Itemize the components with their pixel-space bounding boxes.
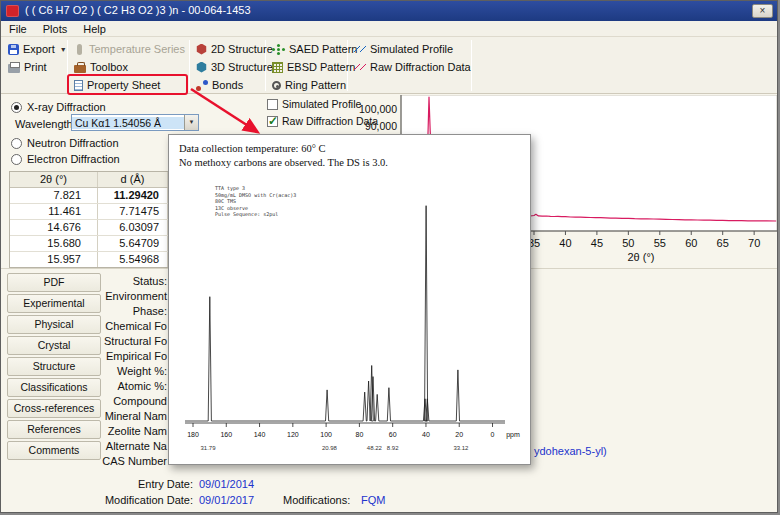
field-label: Phase: [21,304,167,319]
wavelength-label: Wavelength: [15,118,76,130]
profile-wave-icon [354,44,366,54]
field-label: Compound [21,394,167,409]
raw-diffraction-label: Raw Diffraction Data [370,61,471,73]
cell-2theta: 11.461 [10,204,98,219]
nmr-tick-label: 40 [422,431,430,438]
nmr-tick-label: 80 [356,431,364,438]
field-label: Zeolite Nam [21,424,167,439]
ring-icon [272,81,281,90]
printer-icon [8,64,20,73]
2d-structure-button[interactable]: 2D Structure [193,41,276,57]
cell-d-spacing: 5.64709 [98,236,168,251]
bonds-icon [196,80,208,91]
popup-temperature-note: Data collection temperature: 60° C [179,143,325,154]
menu-help[interactable]: Help [75,21,114,36]
app-window: ( ( C6 H7 O2 ) ( C2 H3 O2 )3 )n - 00-064… [0,0,778,513]
3d-structure-label: 3D Structure [211,61,273,73]
radio-neutron-diffraction[interactable]: Neutron Diffraction [11,137,119,149]
y-tick-100000: 100,000 [349,103,397,115]
export-button[interactable]: Export ▼ [5,41,70,57]
ring-pattern-button[interactable]: Ring Pattern [269,77,349,93]
column-header-2theta[interactable]: 2θ (°) [10,172,98,187]
cell-2theta: 14.676 [10,220,98,235]
x-tick-label: 60 [685,237,697,249]
nmr-spectrum: 180160140120100806040200 31.7920.9848.22… [171,173,529,461]
radio-icon [11,102,22,113]
bonds-button[interactable]: Bonds [193,77,246,93]
close-button[interactable]: × [752,4,773,18]
toolbox-icon [74,65,86,73]
simulated-profile-checkbox-row[interactable]: Simulated Profile [267,98,361,110]
field-labels: Status:EnvironmentPhase:Chemical FoStruc… [21,274,167,469]
saed-dots-icon [277,48,280,51]
main-area: X-ray Diffraction Wavelength: Cu Kα1 1.5… [1,94,777,513]
cell-d-spacing: 5.54968 [98,252,168,267]
ebsd-grid-icon [272,62,283,73]
field-label: Empirical Fo [21,349,167,364]
field-label: Status: [21,274,167,289]
nmr-tick-label: 120 [287,431,299,438]
property-sheet-button[interactable]: Property Sheet [71,77,163,93]
property-sheet-label: Property Sheet [87,79,160,91]
toolbar-separator [189,40,190,91]
print-label: Print [24,61,47,73]
nmr-integral-labels: 31.7920.9848.228.9233.12 [200,445,469,451]
field-label: CAS Number [21,454,167,469]
x-tick-label: 40 [559,237,571,249]
raw-diffraction-button[interactable]: Raw Diffraction Data [351,59,474,75]
integral-label: 33.12 [453,445,469,451]
popup-ds-note: No methoxy carbons are observed. The DS … [179,157,388,168]
field-label: Atomic %: [21,379,167,394]
temperature-series-label: Temperature Series [89,43,185,55]
nmr-tick-label: 60 [389,431,397,438]
cell-2theta: 7.821 [10,188,98,203]
app-icon [6,5,19,17]
nmr-tick-label: 100 [320,431,332,438]
property-sheet-icon [74,80,83,91]
combo-dropdown-arrow-icon[interactable]: ▼ [184,115,198,130]
property-sheet-popup[interactable]: Data collection temperature: 60° C No me… [168,134,531,465]
hexagon-3d-icon [196,62,207,73]
cell-d-spacing: 7.71475 [98,204,168,219]
integral-label: 8.92 [387,445,399,451]
toolbar: Export ▼ Print Temperature Series Toolbo… [1,37,777,94]
x-tick-label: 55 [654,237,666,249]
print-button[interactable]: Print [5,59,50,75]
column-header-d[interactable]: d (Å) [98,172,168,187]
x-tick-label: 70 [748,237,760,249]
save-icon [8,44,19,55]
title-bar: ( ( C6 H7 O2 ) ( C2 H3 O2 )3 )n - 00-064… [1,1,777,21]
radio-icon [11,154,22,165]
field-label: Weight %: [21,364,167,379]
ring-label: Ring Pattern [285,79,346,91]
compound-name-partial-link[interactable]: ydohexan-5-yl) [534,445,607,457]
toolbox-label: Toolbox [90,61,128,73]
field-label: Structural Fo [21,334,167,349]
export-label: Export [23,43,55,55]
checkbox-unchecked-icon[interactable] [267,99,278,110]
modification-date-value: 09/01/2017 [199,494,254,506]
checkbox-checked-icon[interactable] [267,116,278,127]
radio-xray-diffraction[interactable]: X-ray Diffraction [11,101,106,113]
saed-pattern-button[interactable]: SAED Pattern [269,41,360,57]
modification-date-label: Modification Date: [21,494,193,506]
radio-electron-label: Electron Diffraction [27,153,120,165]
menu-plots[interactable]: Plots [35,21,75,36]
simulated-profile-button[interactable]: Simulated Profile [351,41,456,57]
radio-icon [11,138,22,149]
nmr-ppm-unit-label: ppm [506,431,520,439]
bonds-label: Bonds [212,79,243,91]
radio-xray-label: X-ray Diffraction [27,101,106,113]
nmr-tick-label: 160 [220,431,232,438]
integral-label: 48.22 [367,445,383,451]
x-axis-label: 2θ (°) [627,251,654,263]
ebsd-pattern-button[interactable]: EBSD Pattern [269,59,358,75]
wavelength-select[interactable]: Cu Kα1 1.54056 Å ▼ [71,114,199,131]
radio-electron-diffraction[interactable]: Electron Diffraction [11,153,120,165]
nmr-tick-label: 140 [254,431,266,438]
nmr-tick-label: 0 [491,431,495,438]
window-title: ( ( C6 H7 O2 ) ( C2 H3 O2 )3 )n - 00-064… [25,4,251,16]
toolbox-button[interactable]: Toolbox [71,59,131,75]
menu-file[interactable]: File [1,21,35,36]
3d-structure-button[interactable]: 3D Structure [193,59,276,75]
